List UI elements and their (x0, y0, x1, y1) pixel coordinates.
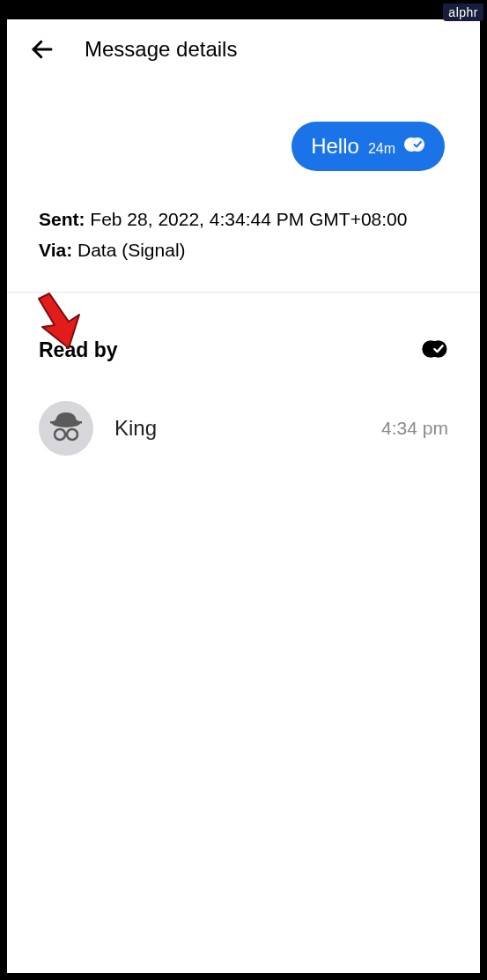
readby-heading: Read by (39, 338, 117, 362)
sent-row: Sent: Feb 28, 2022, 4:34:44 PM GMT+08:00 (39, 204, 448, 235)
reader-name: King (114, 416, 360, 441)
reader-time: 4:34 pm (381, 418, 448, 439)
back-arrow-icon (29, 36, 55, 63)
via-value: Data (Signal) (77, 240, 186, 260)
message-relative-time: 24m (368, 141, 395, 157)
sent-value: Feb 28, 2022, 4:34:44 PM GMT+08:00 (90, 209, 407, 229)
svg-rect-8 (50, 421, 82, 424)
via-label: Via: (39, 240, 72, 260)
svg-point-9 (55, 429, 65, 440)
watermark-badge: alphr (443, 4, 483, 21)
read-receipt-icon (404, 137, 425, 156)
via-row: Via: Data (Signal) (39, 235, 448, 266)
reader-row[interactable]: King 4:34 pm (7, 362, 480, 494)
app-screen: Message details Hello 24m Se (7, 19, 480, 973)
svg-point-10 (67, 429, 77, 440)
message-text: Hello (311, 134, 359, 159)
message-bubble[interactable]: Hello 24m (291, 122, 445, 171)
read-receipt-icon (422, 339, 448, 362)
header-bar: Message details (7, 19, 480, 79)
sent-label: Sent: (39, 209, 85, 229)
message-metadata: Sent: Feb 28, 2022, 4:34:44 PM GMT+08:00… (7, 189, 480, 292)
section-divider (7, 292, 480, 293)
readby-header: Read by (7, 338, 480, 362)
page-title: Message details (85, 37, 237, 62)
message-container: Hello 24m (7, 79, 480, 189)
avatar (39, 401, 93, 456)
anonymous-avatar-icon (45, 407, 87, 449)
back-button[interactable] (28, 35, 56, 63)
